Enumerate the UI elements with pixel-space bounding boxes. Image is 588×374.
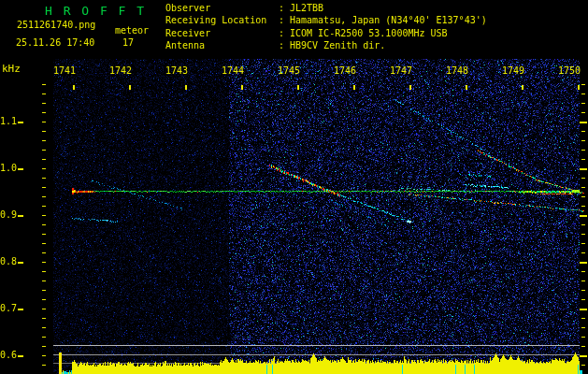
- freq-label-0.6: 0.6: [0, 350, 17, 360]
- info-label: Receiver: [165, 28, 210, 38]
- app-title: H R O F F T: [45, 5, 146, 18]
- time-label-1750: 1750: [558, 65, 586, 76]
- info-label: Observer: [165, 3, 210, 13]
- info-colon: :: [279, 40, 284, 50]
- output-filename: 2511261740.png: [17, 20, 95, 30]
- info-value: HB9CV Zenith dir.: [290, 40, 385, 50]
- freq-label-1.1: 1.1: [0, 116, 17, 126]
- time-label-1741: 1741: [53, 65, 81, 76]
- mode-label: meteor: [115, 25, 149, 36]
- info-value: Hamamatsu, Japan (N34°40' E137°43'): [290, 15, 487, 25]
- time-label-1744: 1744: [222, 65, 250, 76]
- info-colon: :: [279, 28, 284, 38]
- frequency-axis-unit: kHz: [2, 64, 21, 75]
- time-label-1743: 1743: [165, 65, 194, 76]
- freq-label-0.9: 0.9: [0, 209, 17, 220]
- time-label-1749: 1749: [502, 65, 530, 76]
- info-value: ICOM IC-R2500 53.1000MHz USB: [290, 28, 448, 38]
- datetime-label: 25.11.26 17:40: [16, 37, 94, 48]
- info-colon: :: [279, 3, 284, 13]
- spectrogram-canvas: [0, 0, 588, 374]
- info-label: Antenna: [165, 40, 205, 50]
- meteor-count: 17: [122, 37, 134, 48]
- freq-label-0.7: 0.7: [0, 303, 17, 313]
- time-label-1746: 1746: [334, 65, 362, 76]
- time-label-1748: 1748: [446, 65, 474, 76]
- hrofft-window: H R O F F T 2511261740.png meteor 25.11.…: [0, 0, 588, 374]
- freq-label-1.0: 1.0: [0, 163, 17, 173]
- info-colon: :: [279, 15, 284, 25]
- freq-label-0.8: 0.8: [0, 256, 17, 266]
- time-label-1742: 1742: [109, 65, 137, 76]
- info-value: JL2TBB: [290, 3, 323, 13]
- info-label: Receiving Location: [165, 15, 266, 25]
- time-label-1745: 1745: [278, 65, 306, 76]
- time-label-1747: 1747: [390, 65, 418, 76]
